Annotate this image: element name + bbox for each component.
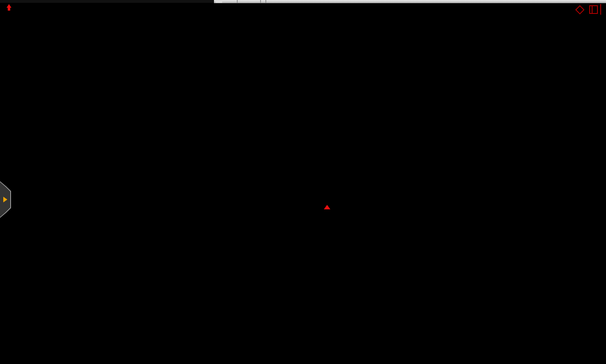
top-strip-separator <box>260 0 261 3</box>
axis-stub <box>600 4 601 15</box>
top-strip-separator <box>265 0 266 3</box>
low-marker-icon <box>324 205 330 209</box>
top-window-strip <box>0 0 606 3</box>
up-arrow-icon <box>7 4 11 8</box>
top-strip-light <box>214 0 606 3</box>
trading-app-window <box>0 0 606 364</box>
top-strip-square <box>216 0 222 3</box>
split-window-icon[interactable] <box>589 5 598 14</box>
main-chart-header <box>1 4 33 8</box>
expand-right-icon <box>3 197 7 202</box>
chart-canvas[interactable] <box>0 0 606 364</box>
top-strip-separator <box>237 0 238 3</box>
